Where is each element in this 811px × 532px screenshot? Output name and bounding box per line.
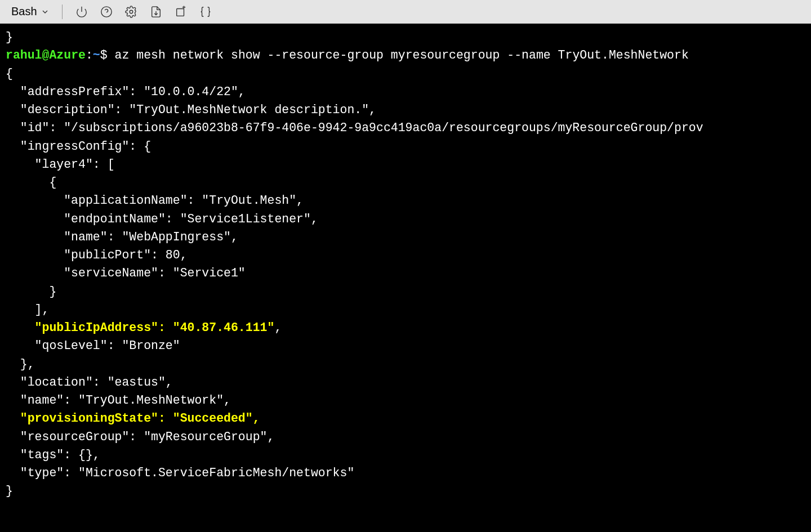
output-line: "serviceName": "Service1" — [6, 266, 246, 280]
shell-selector-dropdown[interactable]: Bash — [7, 3, 54, 20]
output-line: "location": "eastus", — [6, 375, 173, 389]
prompt-user: rahul — [6, 48, 42, 62]
output-line: "description": "TryOut.MeshNetwork descr… — [6, 103, 376, 117]
svg-point-3 — [130, 10, 133, 14]
output-line: "name": "TryOut.MeshNetwork", — [6, 394, 231, 407]
output-line: "applicationName": "TryOut.Mesh", — [6, 194, 304, 207]
svg-point-1 — [101, 6, 111, 16]
download-button[interactable] — [145, 2, 167, 22]
help-icon — [100, 6, 113, 18]
output-line: } — [6, 285, 56, 298]
output-line: "name": "WebAppIngress", — [6, 230, 238, 244]
output-line: , — [274, 321, 282, 334]
output-line: { — [6, 67, 13, 81]
output-line: "endpointName": "Service1Listener", — [6, 212, 318, 226]
gear-icon — [125, 6, 137, 18]
output-line: "ingressConfig": { — [6, 140, 151, 153]
command-text: az mesh network show --resource-group my… — [108, 48, 689, 62]
output-line: "addressPrefix": "10.0.0.4/22", — [6, 85, 246, 99]
output-line: } — [6, 484, 13, 498]
cloud-shell-toolbar: Bash — [0, 0, 811, 24]
output-line: "tags": {}, — [6, 448, 100, 462]
power-icon — [75, 6, 88, 18]
prompt-path: ~ — [93, 48, 100, 62]
restart-button[interactable] — [70, 2, 93, 22]
new-session-button[interactable] — [170, 2, 192, 22]
output-line: { — [6, 176, 56, 189]
terminal-pane[interactable]: } rahul@Azure:~$ az mesh network show --… — [0, 24, 811, 505]
prompt-colon: : — [86, 48, 93, 62]
chevron-down-icon — [41, 7, 50, 16]
prompt-dollar: $ — [100, 48, 108, 62]
prev-output-line: } — [6, 30, 13, 44]
output-line: "id": "/subscriptions/a96023b8-67f9-406e… — [6, 121, 703, 135]
output-line: ], — [6, 303, 49, 316]
output-line: "type": "Microsoft.ServiceFabricMesh/net… — [6, 466, 354, 480]
output-line: "qosLevel": "Bronze" — [6, 339, 180, 352]
output-line: "publicPort": 80, — [6, 248, 188, 262]
output-line-highlight: "provisioningState": "Succeeded", — [6, 412, 260, 425]
output-line: }, — [6, 357, 35, 371]
editor-button[interactable] — [194, 2, 217, 22]
output-line: "resourceGroup": "myResourceGroup", — [6, 430, 274, 444]
shell-label: Bash — [11, 5, 37, 18]
help-button[interactable] — [95, 2, 118, 22]
prompt-at: @ — [42, 48, 50, 62]
svg-rect-5 — [176, 8, 184, 16]
prompt-host: Azure — [49, 48, 86, 62]
braces-icon — [199, 6, 212, 18]
upload-file-icon — [175, 6, 187, 18]
download-file-icon — [150, 6, 162, 18]
output-line-highlight: "publicIpAddress": "40.87.46.111" — [6, 321, 274, 334]
settings-button[interactable] — [120, 2, 142, 22]
toolbar-divider — [62, 5, 63, 19]
output-line: "layer4": [ — [6, 158, 115, 171]
